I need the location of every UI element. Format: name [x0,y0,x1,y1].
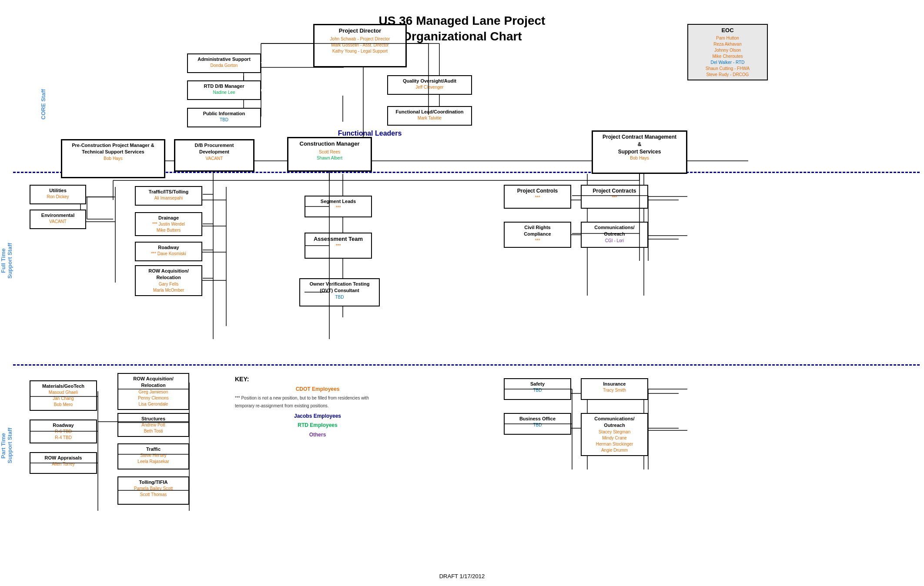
business-office-box: Business Office TBD [504,413,571,435]
public-info-name: TBD [191,117,258,123]
drainage-name2: Mike Butters [138,227,199,233]
traffic-its-title: Traffic/ITS/Tolling [138,189,199,195]
row-acq-pt-title: ROW Acquisition/Relocation [121,376,186,389]
proj-ctrl-name: *** [507,195,568,201]
tolling-name2: Scott Thomas [121,492,186,498]
public-info-title: Public Information [191,110,258,117]
page-title: US 36 Managed Lane Project Organizationa… [9,13,915,45]
proj-cont-name: Bob Hays [596,155,683,161]
struct-title: Structures [121,416,186,422]
row-appr-title: ROW Appraisals [33,455,94,461]
segment-leads-box: Segment Leads *** [305,196,372,217]
const-mgr-name1: Scott Rees [291,149,368,155]
row-acq-ft-box: ROW Acquisition/Relocation Gary Fells Ma… [135,265,202,296]
mat-geo-name3: Bob Mero [33,402,94,408]
insurance-name: Tracy Smith [584,387,645,393]
safety-name: TBD [507,387,568,393]
quality-title: Quality Oversight/Audit [391,78,469,84]
tolling-tifia-box: Tolling/TIFIA Pamela Bailey Scott Scott … [117,476,189,505]
project-director-title: Project Director [317,27,403,35]
env-title: Environmental [33,212,83,219]
roadway-ft-box: Roadway *** Dave Kosmiski [135,242,202,261]
traffic-its-name: Ali Imansepahi [138,195,199,201]
key-asterisk2: temporary re-assignment from existing po… [235,402,400,410]
row-acq-pt-name3: Lisa Gerondale [121,401,186,407]
safety-box: Safety TBD [504,378,571,400]
biz-office-title: Business Office [507,416,568,422]
db-proc-title: D/B ProcurementDevelopment [178,142,251,156]
util-name: Ron Dickey [33,194,83,200]
admin-name: Donda Gorton [191,63,258,69]
parttime-staff-label: Part Time Support Staff [0,372,13,519]
const-mgr-title: Construction Manager [291,140,368,148]
civil-rights-title: Civil RightsCompliance [507,224,568,238]
civil-rights-box: Civil RightsCompliance *** [504,222,571,248]
db-procurement-box: D/B ProcurementDevelopment VACANT [174,139,254,172]
project-contracts-box: Project Contracts *** [581,185,648,209]
pd-name2: Mark Gosselin - Asst. Director [317,42,403,48]
mat-geo-title: Materials/GeoTech [33,383,94,390]
key-rtd: RTD Employees [235,421,400,430]
mat-geo-name2: Jan Chang [33,396,94,402]
functional-lead-box: Functional Lead/Coordination Mark Talvit… [387,106,472,126]
roadway-ft-title: Roadway [138,244,199,251]
mat-geo-name1: Masoud Ghaeli [33,390,94,396]
rtd-name: Nadine Lee [191,90,258,96]
comm1-title: Communications/Outreach [584,224,645,238]
row-appr-name: Allen Torrey [33,461,94,467]
roadway-pt-name2: R-4 TBD [33,435,94,441]
row-acq-ft-name2: Marla McOmber [138,287,199,293]
page: US 36 Managed Lane Project Organizationa… [0,0,924,586]
core-staff-label: CORE Staff [0,61,87,148]
row-acq-pt-name1: Greg Jamieson [121,389,186,395]
quality-audit-box: Quality Oversight/Audit Jeff Clevenger [387,75,472,95]
safety-title: Safety [507,381,568,387]
traffic-pt-name2: Leela Rajasekar [121,459,186,465]
assess-team-title: Assessment Team [308,235,368,243]
func-lead-name: Mark Talvitie [391,115,469,121]
struct-name2: Beth Tosti [121,428,186,434]
comm2-name2: Mindy Crane [584,435,645,441]
rtd-manager-box: RTD D/B Manager Nadine Lee [187,80,261,100]
insurance-title: Insurance [584,381,645,387]
structures-box: Structures Andrew Pott Beth Tosti [117,413,189,437]
traffic-pt-box: Traffic Steve Hersey Leela Rajasekar [117,443,189,469]
eoc-n4: Mike Cheroutes [691,53,764,60]
eoc-title: EOC [691,27,764,34]
traffic-pt-title: Traffic [121,446,186,453]
util-title: Utilities [33,187,83,194]
comm2-title: Communications/Outreach [584,416,645,429]
materials-geotech-box: Materials/GeoTech Masoud Ghaeli Jan Chan… [30,380,97,411]
pd-name3: Kathy Young - Legal Support [317,48,403,54]
quality-name: Jeff Clevenger [391,84,469,90]
traffic-pt-name1: Steve Hersey [121,453,186,459]
assess-team-name: *** [308,243,368,249]
civil-rights-name: *** [507,238,568,244]
comm2-name4: Angie Drumm [584,447,645,453]
eoc-n6: Shaun Cutting - FHWA [691,66,764,72]
pre-construction-box: Pre-Construction Project Manager &Techni… [61,139,165,178]
drainage-name1: *** Justin Werdel [138,221,199,227]
eoc-n3: Johnny Olson [691,47,764,53]
roadway-pt-title: Roadway [33,422,94,429]
dashed-line-2 [13,364,920,366]
drainage-box: Drainage *** Justin Werdel Mike Butters [135,212,202,236]
pre-const-name: Bob Hays [65,156,161,162]
roadway-ft-name: *** Dave Kosmiski [138,251,199,257]
project-controls-box: Project Controls *** [504,185,571,209]
admin-support-box: Administrative Support Donda Gorton [187,53,261,73]
comm2-name1: Stacey Stegman [584,429,645,435]
key-asterisk: *** Position is not a new position, but … [235,394,400,402]
row-acq-ft-name1: Gary Fells [138,281,199,287]
environmental-box: Environmental VACANT [30,210,86,229]
eoc-n2: Reza Akhavan [691,41,764,47]
row-acq-pt-box: ROW Acquisition/Relocation Greg Jamieson… [117,373,189,410]
comm1-name: CGI - Lori [584,238,645,244]
ovt-name: TBD [303,294,376,300]
func-lead-title: Functional Lead/Coordination [391,109,469,115]
key-title: KEY: [235,374,400,385]
eoc-box: EOC Pam Hutton Reza Akhavan Johnny Olson… [687,24,768,80]
project-director-box: Project Director John Schwab - Project D… [313,24,407,67]
functional-leaders-label: Functional Leaders [218,130,522,137]
draft-label: DRAFT 1/17/2012 [397,573,527,579]
